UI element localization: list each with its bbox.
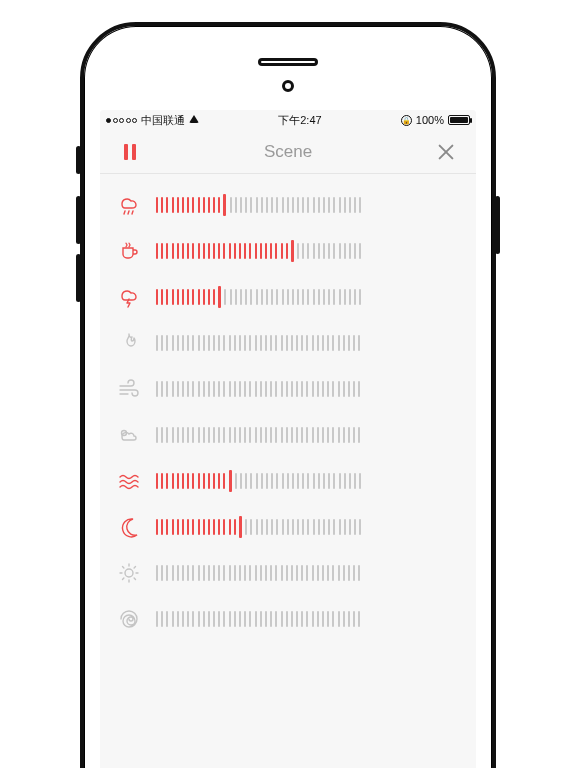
sound-row-waves xyxy=(116,458,460,504)
power-button xyxy=(495,196,500,254)
battery-percent: 100% xyxy=(416,114,444,126)
volume-slider-coffee[interactable] xyxy=(156,238,460,264)
sound-row-rain xyxy=(116,182,460,228)
volume-slider-moon[interactable] xyxy=(156,514,460,540)
wind-icon[interactable] xyxy=(116,376,142,402)
sound-row-spiral xyxy=(116,596,460,642)
volume-slider-sun[interactable] xyxy=(156,560,460,586)
volume-slider-spiral[interactable] xyxy=(156,606,460,632)
pause-icon xyxy=(124,144,136,160)
volume-down xyxy=(76,254,81,302)
volume-slider-fire[interactable] xyxy=(156,330,460,356)
close-icon xyxy=(437,143,455,161)
sound-row-fire xyxy=(116,320,460,366)
spiral-icon[interactable] xyxy=(116,606,142,632)
volume-slider-rain[interactable] xyxy=(156,192,460,218)
sound-row-clouds xyxy=(116,412,460,458)
phone-camera xyxy=(282,80,294,92)
sound-row-coffee xyxy=(116,228,460,274)
clouds-icon[interactable] xyxy=(116,422,142,448)
wifi-icon xyxy=(189,114,199,126)
pause-button[interactable] xyxy=(118,140,142,164)
volume-slider-thunder[interactable] xyxy=(156,284,460,310)
page-title: Scene xyxy=(264,142,312,162)
carrier-label: 中国联通 xyxy=(141,113,185,128)
sound-row-wind xyxy=(116,366,460,412)
coffee-icon[interactable] xyxy=(116,238,142,264)
close-button[interactable] xyxy=(434,140,458,164)
sound-list xyxy=(100,174,476,642)
volume-slider-wind[interactable] xyxy=(156,376,460,402)
volume-slider-waves[interactable] xyxy=(156,468,460,494)
status-time: 下午2:47 xyxy=(278,113,321,128)
sun-icon[interactable] xyxy=(116,560,142,586)
phone-frame: 中国联通 下午2:47 🔒 100% Scene xyxy=(80,22,496,768)
status-bar: 中国联通 下午2:47 🔒 100% xyxy=(100,110,476,130)
nav-bar: Scene xyxy=(100,130,476,174)
sound-row-moon xyxy=(116,504,460,550)
fire-icon[interactable] xyxy=(116,330,142,356)
phone-speaker xyxy=(258,58,318,66)
thunder-icon[interactable] xyxy=(116,284,142,310)
sound-row-sun xyxy=(116,550,460,596)
sound-row-thunder xyxy=(116,274,460,320)
mute-switch xyxy=(76,146,81,174)
waves-icon[interactable] xyxy=(116,468,142,494)
signal-dots xyxy=(106,118,137,123)
screen: 中国联通 下午2:47 🔒 100% Scene xyxy=(100,110,476,768)
orientation-lock-icon: 🔒 xyxy=(401,115,412,126)
volume-up xyxy=(76,196,81,244)
battery-icon xyxy=(448,115,470,125)
volume-slider-clouds[interactable] xyxy=(156,422,460,448)
moon-icon[interactable] xyxy=(116,514,142,540)
rain-icon[interactable] xyxy=(116,192,142,218)
